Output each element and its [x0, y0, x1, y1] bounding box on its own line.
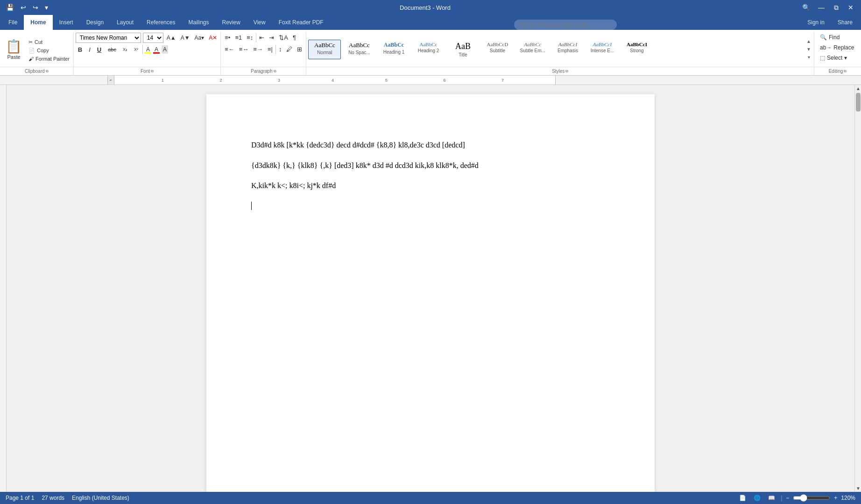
justify-button[interactable]: ≡| [266, 44, 275, 54]
tab-home[interactable]: Home [24, 15, 52, 30]
style-item-normal[interactable]: AaBbCc Normal [308, 40, 341, 59]
style-item-nospac...[interactable]: AaBbCc No Spac... [343, 40, 375, 59]
find-icon: 🔍 [820, 34, 827, 41]
paste-button[interactable]: 📋 Paste [2, 37, 26, 62]
decrease-font-button[interactable]: A▼ [179, 34, 191, 42]
share-button[interactable]: Share [831, 15, 859, 30]
style-item-subtleem...[interactable]: AaBbCc Subtle Em... [515, 40, 549, 59]
styles-label-text: Styles [552, 69, 565, 74]
style-item-intensee...[interactable]: AaBbCcI Intense E... [586, 40, 619, 59]
format-painter-button[interactable]: 🖌 Format Painter [27, 55, 71, 63]
increase-indent-button[interactable]: ⇥ [267, 33, 276, 42]
align-left-button[interactable]: ≡← [223, 44, 236, 54]
decrease-indent-button[interactable]: ⇤ [257, 33, 266, 42]
tab-layout[interactable]: Layout [110, 15, 140, 30]
style-name-label: Subtle Em... [520, 48, 545, 53]
underline-button[interactable]: U [95, 45, 104, 54]
style-item-heading1[interactable]: AaBbCc Heading 1 [377, 40, 410, 59]
search-input[interactable] [514, 20, 617, 30]
save-button[interactable]: 💾 [4, 3, 16, 12]
clear-formatting-button[interactable]: A✕ [207, 34, 219, 42]
redo-button[interactable]: ↪ [30, 3, 41, 12]
tab-file[interactable]: File [2, 15, 24, 30]
print-layout-view-button[interactable]: 📄 [737, 494, 748, 502]
tab-mailings[interactable]: Mailings [182, 15, 215, 30]
cut-button[interactable]: ✂ Cut [27, 38, 71, 46]
borders-button[interactable]: ⊞ [295, 44, 304, 54]
sign-in-button[interactable]: Sign in [801, 15, 831, 30]
document-content[interactable]: D3d#d k8k [k*kk {dedc3d} decd d#dcd# {k8… [251, 139, 610, 212]
select-button[interactable]: ⬚ Select ▾ [816, 53, 851, 63]
zoom-in-button[interactable]: + [834, 495, 837, 501]
tab-selector[interactable]: ⌐ [108, 76, 114, 84]
style-item-emphasis[interactable]: AaBbCcI Emphasis [551, 40, 584, 59]
undo-button[interactable]: ↩ [18, 3, 28, 12]
tab-review[interactable]: Review [215, 15, 247, 30]
replace-button[interactable]: ab→ Replace [816, 43, 858, 52]
close-button[interactable]: ✕ [844, 3, 857, 12]
divider [142, 45, 143, 54]
tab-design[interactable]: Design [80, 15, 110, 30]
tab-view[interactable]: View [247, 15, 272, 30]
vertical-scrollbar[interactable]: ▲ ▼ [854, 85, 861, 492]
customize-quick-access-button[interactable]: ▾ [42, 3, 50, 12]
increase-font-button[interactable]: A▲ [165, 34, 177, 42]
quick-access-toolbar: 💾 ↩ ↪ ▾ [4, 3, 50, 12]
ribbon-tabs: File Home Insert Design Layout Reference… [0, 15, 861, 30]
search-button[interactable]: 🔍 [800, 3, 812, 12]
style-item-title[interactable]: AaB Title [446, 40, 479, 59]
align-center-button[interactable]: ≡↔ [237, 44, 251, 54]
font-color-button[interactable]: A [153, 45, 160, 54]
read-mode-button[interactable]: 📖 [766, 494, 777, 502]
styles-group-label[interactable]: Styles ⧉ [306, 67, 814, 75]
styles-scroll-up[interactable]: ▲ [805, 38, 812, 45]
align-right-button[interactable]: ≡→ [251, 44, 265, 54]
paragraph-group-label[interactable]: Paragraph ⧉ [221, 67, 306, 75]
styles-scroll-down[interactable]: ▼ [805, 46, 812, 53]
line-spacing-button[interactable]: ↕ [277, 44, 284, 54]
show-formatting-button[interactable]: ¶ [291, 33, 298, 42]
tab-insert[interactable]: Insert [53, 15, 80, 30]
minimize-button[interactable]: — [814, 3, 828, 12]
superscript-button[interactable]: X² [132, 46, 141, 53]
scroll-thumb[interactable] [856, 93, 861, 112]
tab-foxit[interactable]: Foxit Reader PDF [272, 15, 330, 30]
bold-button[interactable]: B [76, 45, 85, 54]
italic-button[interactable]: I [86, 45, 93, 54]
tab-references[interactable]: References [140, 15, 182, 30]
font-size-select[interactable]: 14 [143, 33, 163, 43]
shading-button[interactable]: A [162, 45, 168, 54]
text-highlight-button[interactable]: A [145, 45, 151, 54]
numbering-button[interactable]: ≡1 [233, 33, 244, 42]
style-name-label: No Spac... [348, 50, 370, 55]
subscript-button[interactable]: X₂ [120, 46, 130, 53]
style-item-strong[interactable]: AaBbCcI Strong [621, 40, 653, 59]
change-case-button[interactable]: Aa▾ [193, 34, 206, 42]
bullets-button[interactable]: ≡• [223, 33, 232, 42]
scissors-icon: ✂ [28, 39, 33, 45]
scroll-up-button[interactable]: ▲ [855, 85, 861, 92]
web-layout-view-button[interactable]: 🌐 [752, 494, 762, 502]
strikethrough-button[interactable]: abc [106, 46, 119, 53]
font-name-select[interactable]: Times New Roman [76, 33, 141, 43]
font-group-label[interactable]: Font ⧉ [74, 67, 220, 75]
zoom-slider[interactable] [793, 494, 830, 502]
multilevel-list-button[interactable]: ≡↕ [245, 33, 255, 42]
vertical-ruler [0, 85, 7, 492]
style-item-heading2[interactable]: AaBbCc Heading 2 [412, 40, 445, 59]
styles-more-button[interactable]: ▾ [805, 54, 812, 61]
clipboard-group-label[interactable]: Clipboard ⧉ [0, 67, 73, 75]
find-button[interactable]: 🔍 Find [816, 33, 843, 42]
document-scroll-area[interactable]: D3d#d k8k [k*kk {dedc3d} decd d#dcd# {k8… [7, 85, 854, 492]
scroll-down-button[interactable]: ▼ [855, 485, 861, 492]
zoom-out-button[interactable]: − [786, 495, 789, 501]
para-divider2 [275, 45, 276, 54]
copy-button[interactable]: 📄 Copy [27, 47, 71, 55]
shading-para-button[interactable]: 🖊 [284, 44, 294, 54]
paragraph-1: D3d#d k8k [k*kk {dedc3d} decd d#dcd# {k8… [251, 139, 610, 151]
editing-group-label[interactable]: Editing ⧉ [814, 67, 861, 75]
style-item-subtitle[interactable]: AaBbCcD Subtitle [481, 40, 514, 59]
cut-label: Cut [35, 39, 42, 45]
restore-button[interactable]: ⧉ [830, 3, 842, 13]
sort-button[interactable]: ⇅A [277, 33, 290, 42]
